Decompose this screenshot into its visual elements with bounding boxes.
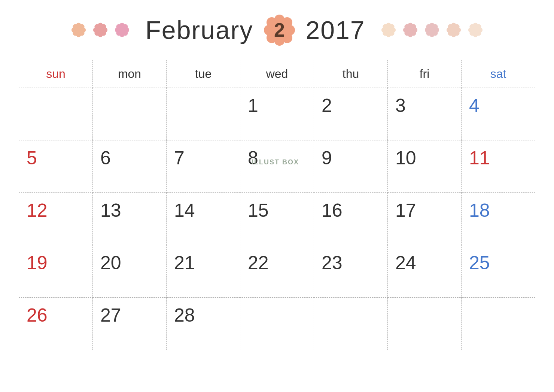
calendar-day-cell: 25 (462, 245, 535, 298)
month-badge: 2 (261, 11, 298, 49)
header-sat: sat (462, 60, 535, 88)
year-text: 2017 (305, 15, 365, 45)
flower-icon (380, 22, 397, 38)
svg-point-62 (429, 27, 435, 33)
calendar-day-cell: 1 (240, 88, 314, 140)
day-number: 8 (248, 148, 258, 168)
calendar-day-cell: 5 (19, 140, 93, 193)
calendar-day-cell: 24 (388, 245, 462, 298)
title-group: February 2 2017 (145, 11, 365, 49)
calendar-day-cell: 21 (167, 245, 240, 298)
flower-icon (445, 22, 462, 38)
calendar-day-cell: 17 (388, 193, 462, 245)
calendar-day-cell: 23 (314, 245, 388, 298)
calendar-day-cell (93, 88, 167, 140)
flower-icon (114, 22, 130, 38)
calendar-day-cell: 14 (167, 193, 240, 245)
flower-icon (467, 22, 484, 38)
left-flowers (70, 22, 130, 38)
header-tue: tue (167, 60, 240, 88)
calendar-day-cell: 26 (19, 298, 93, 350)
calendar-day-cell: 13 (93, 193, 167, 245)
calendar-day-cell (167, 88, 240, 140)
calendar-day-cell: 12 (19, 193, 93, 245)
header-fri: fri (388, 60, 462, 88)
svg-point-26 (119, 27, 125, 33)
calendar-day-cell: 27 (93, 298, 167, 350)
calendar-week-row: 19202122232425 (19, 245, 535, 298)
flower-icon (92, 22, 109, 38)
calendar-day-cell: 15 (240, 193, 314, 245)
month-name: February (145, 15, 253, 45)
calendar-day-cell: 28 (167, 298, 240, 350)
svg-point-53 (407, 27, 413, 33)
calendar-day-cell: 16 (314, 193, 388, 245)
flower-icon (402, 22, 418, 38)
calendar-day-cell (388, 298, 462, 350)
calendar-header: February 2 2017 (0, 0, 554, 56)
flower-icon (424, 22, 440, 38)
calendar-day-cell: 8ILLUST BOX (240, 140, 314, 193)
calendar-week-row: 262728 (19, 298, 535, 350)
watermark-text: ILLUST BOX (252, 158, 299, 166)
svg-point-8 (76, 27, 82, 33)
calendar-day-cell: 18 (462, 193, 535, 245)
calendar-day-cell: 9 (314, 140, 388, 193)
svg-point-80 (472, 27, 478, 33)
svg-point-44 (385, 27, 392, 33)
header-wed: wed (240, 60, 314, 88)
calendar-day-cell (19, 88, 93, 140)
month-number: 2 (274, 19, 285, 41)
calendar-day-cell: 11 (462, 140, 535, 193)
calendar-day-cell (240, 298, 314, 350)
calendar-week-row: 5678ILLUST BOX91011 (19, 140, 535, 193)
calendar-day-cell: 3 (388, 88, 462, 140)
calendar-day-cell: 6 (93, 140, 167, 193)
svg-point-71 (450, 27, 457, 33)
calendar-day-cell: 19 (19, 245, 93, 298)
calendar-day-cell: 22 (240, 245, 314, 298)
right-flowers (380, 22, 484, 38)
header-sun: sun (19, 60, 93, 88)
calendar-week-row: 1234 (19, 88, 535, 140)
calendar-day-cell: 10 (388, 140, 462, 193)
calendar-day-cell: 4 (462, 88, 535, 140)
calendar-day-cell (314, 298, 388, 350)
calendar-table: sunmontuewedthufrisat 12345678ILLUST BOX… (19, 60, 535, 350)
flower-icon (70, 22, 87, 38)
calendar-wrapper: sunmontuewedthufrisat 12345678ILLUST BOX… (19, 60, 535, 350)
calendar-week-row: 12131415161718 (19, 193, 535, 245)
calendar-day-cell: 2 (314, 88, 388, 140)
svg-point-17 (97, 27, 104, 33)
calendar-day-cell (462, 298, 535, 350)
header-mon: mon (93, 60, 167, 88)
calendar-day-cell: 7 (167, 140, 240, 193)
calendar-day-cell: 20 (93, 245, 167, 298)
header-thu: thu (314, 60, 388, 88)
